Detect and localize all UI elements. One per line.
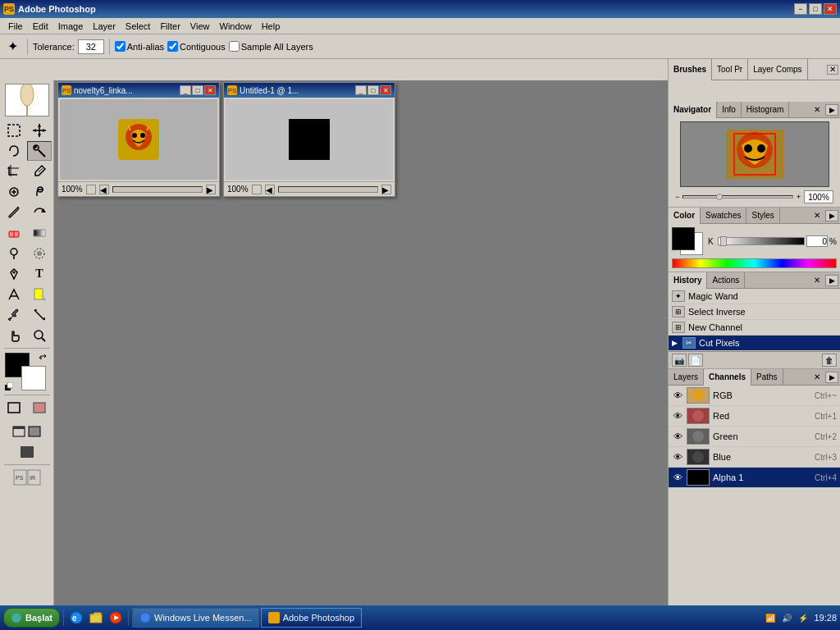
channel-green[interactable]: 👁 Green Ctrl+2 <box>669 427 840 447</box>
k-slider[interactable] <box>718 237 805 245</box>
brush-tool[interactable] <box>2 203 26 222</box>
layer-comps-tab[interactable]: Layer Comps <box>748 59 807 80</box>
channel-red-eye[interactable]: 👁 <box>672 410 683 422</box>
menu-image[interactable]: Image <box>53 20 89 33</box>
history-select-inverse[interactable]: ⊞ Select Inverse <box>669 304 840 320</box>
standard-screen-button[interactable] <box>11 422 26 441</box>
doc2-close-button[interactable]: ✕ <box>380 85 391 95</box>
color-close-button[interactable]: ✕ <box>810 211 824 220</box>
healing-brush-tool[interactable] <box>2 182 26 202</box>
start-button[interactable]: Başlat <box>3 608 60 628</box>
sample-all-layers-checkbox[interactable]: Sample All Layers <box>229 41 313 52</box>
history-delete-button[interactable]: 🗑 <box>822 354 837 367</box>
layers-close-button[interactable]: ✕ <box>810 372 824 381</box>
info-tab[interactable]: Info <box>717 102 742 118</box>
minimize-button[interactable]: − <box>794 3 807 15</box>
color-tab[interactable]: Color <box>669 208 701 224</box>
eyedropper-tool-top[interactable] <box>27 162 52 181</box>
histogram-tab[interactable]: Histogram <box>742 102 790 118</box>
taskbar-messenger[interactable]: Windows Live Messen... <box>132 608 259 628</box>
quick-mask-button[interactable] <box>27 398 52 418</box>
edit-in-imageready-button[interactable]: PS IR <box>5 468 49 487</box>
folder-icon[interactable] <box>87 609 105 627</box>
contiguous-checkbox[interactable]: Contiguous <box>167 41 226 52</box>
crop-tool[interactable] <box>2 162 26 181</box>
eyedropper-tool[interactable] <box>2 305 26 325</box>
default-colors-icon[interactable] <box>5 382 13 390</box>
taskbar-photoshop[interactable]: Adobe Photoshop <box>261 608 362 628</box>
brushes-tab[interactable]: Brushes <box>669 59 712 80</box>
magic-wand-tool[interactable] <box>27 141 52 161</box>
history-magic-wand[interactable]: ✦ Magic Wand <box>669 289 840 304</box>
history-close-button[interactable]: ✕ <box>810 276 824 285</box>
menu-layer[interactable]: Layer <box>88 20 121 33</box>
eraser-tool[interactable] <box>2 223 26 243</box>
doc1-close-button[interactable]: ✕ <box>204 85 216 95</box>
k-value-input[interactable] <box>806 235 828 247</box>
zoom-slider-thumb[interactable] <box>716 194 723 200</box>
navigator-tab[interactable]: Navigator <box>669 102 717 118</box>
channel-alpha1-eye[interactable]: 👁 <box>672 472 683 483</box>
measure-tool[interactable] <box>27 305 52 325</box>
marquee-tool[interactable] <box>2 121 26 140</box>
tray-icon-2[interactable]: 🔊 <box>779 610 794 625</box>
hand-tool[interactable] <box>2 326 26 345</box>
anti-alias-checkbox[interactable]: Anti-alias <box>115 41 164 52</box>
doc2-maximize-button[interactable]: □ <box>368 85 379 95</box>
doc2-status-icon[interactable] <box>252 185 262 194</box>
magic-wand-tool-icon[interactable]: ✦ <box>3 36 22 57</box>
background-color[interactable] <box>21 366 46 390</box>
doc1-minimize-button[interactable]: _ <box>180 85 191 95</box>
ie-icon[interactable]: e <box>67 609 85 627</box>
channel-rgb[interactable]: 👁 RGB Ctrl+~ <box>669 386 840 406</box>
tolerance-input[interactable]: 32 <box>78 39 104 54</box>
tool-presets-tab[interactable]: Tool Pr <box>712 59 748 80</box>
layers-menu-button[interactable]: ▶ <box>825 372 838 383</box>
notes-tool[interactable] <box>27 285 52 304</box>
zoom-slider[interactable] <box>682 195 792 199</box>
history-brush-tool[interactable] <box>27 203 52 222</box>
swatches-tab[interactable]: Swatches <box>701 208 746 224</box>
channel-red[interactable]: 👁 Red Ctrl+1 <box>669 406 840 427</box>
doc1-status-icon[interactable] <box>86 185 96 194</box>
doc1-maximize-button[interactable]: □ <box>192 85 203 95</box>
channels-tab[interactable]: Channels <box>704 369 751 386</box>
tray-icon-1[interactable]: 📶 <box>763 610 778 625</box>
close-button[interactable]: ✕ <box>824 3 837 15</box>
menu-file[interactable]: File <box>3 20 28 33</box>
blur-tool[interactable] <box>27 244 52 263</box>
doc1-scrollbar-h[interactable] <box>112 186 203 193</box>
maximize-button[interactable]: □ <box>809 3 822 15</box>
zoom-tool[interactable] <box>27 326 52 345</box>
menu-filter[interactable]: Filter <box>155 20 185 33</box>
doc2-scrollbar-h[interactable] <box>278 186 378 193</box>
move-tool[interactable] <box>27 121 52 140</box>
navigator-menu-button[interactable]: ▶ <box>825 104 838 116</box>
channel-blue-eye[interactable]: 👁 <box>672 451 683 463</box>
type-tool[interactable]: T <box>27 264 52 284</box>
menu-select[interactable]: Select <box>121 20 156 33</box>
brushes-close-button[interactable]: ✕ <box>827 65 838 75</box>
gradient-tool[interactable] <box>27 223 52 243</box>
doc1-canvas[interactable] <box>60 99 217 180</box>
history-tab[interactable]: History <box>669 272 707 289</box>
doc2-title-bar[interactable]: PS Untitled-1 @ 1... _ □ ✕ <box>224 83 395 98</box>
tray-icon-3[interactable]: ⚡ <box>796 610 810 625</box>
pen-tool[interactable] <box>2 264 26 284</box>
doc1-nav-right[interactable]: ▶ <box>206 185 216 194</box>
swap-colors-icon[interactable] <box>38 353 48 363</box>
zoom-value-input[interactable]: 100% <box>804 190 833 203</box>
menu-help[interactable]: Help <box>257 20 285 33</box>
wmp-icon[interactable] <box>107 609 125 627</box>
color-fg-swatch[interactable] <box>672 227 695 250</box>
channel-alpha1[interactable]: 👁 Alpha 1 Ctrl+4 <box>669 468 840 488</box>
history-new-channel[interactable]: ⊞ New Channel <box>669 320 840 336</box>
menu-window[interactable]: Window <box>215 20 257 33</box>
layers-tab[interactable]: Layers <box>669 369 704 386</box>
actions-tab[interactable]: Actions <box>707 272 745 289</box>
history-new-doc-button[interactable]: 📄 <box>688 354 703 367</box>
history-menu-button[interactable]: ▶ <box>825 275 838 286</box>
color-menu-button[interactable]: ▶ <box>825 210 838 221</box>
lasso-tool[interactable] <box>2 141 26 161</box>
doc1-title-bar[interactable]: PS novelty6_linka... _ □ ✕ <box>58 83 219 98</box>
